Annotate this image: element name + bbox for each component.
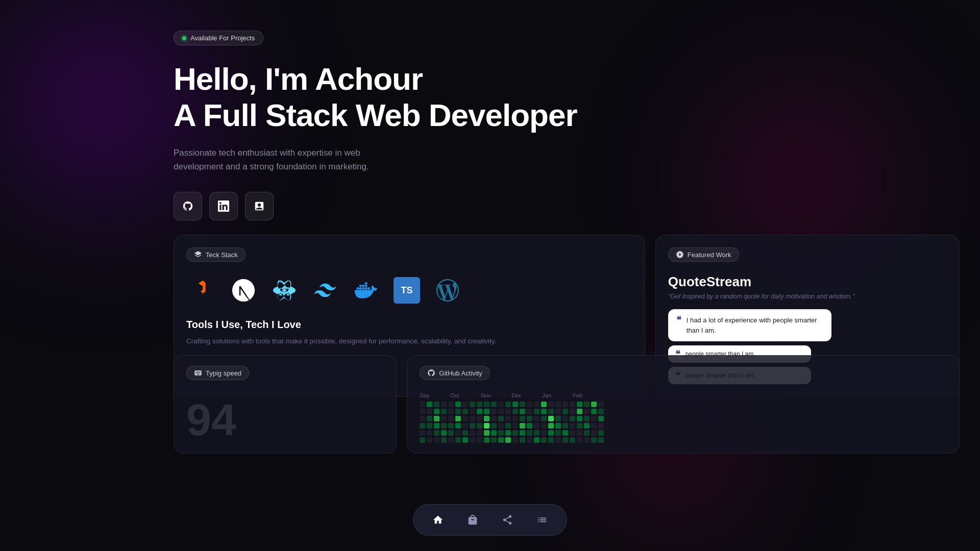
heatmap-cell xyxy=(462,402,468,407)
heatmap-cell xyxy=(505,423,511,429)
heatmap-cell xyxy=(498,437,504,443)
portfolio-button[interactable] xyxy=(245,192,274,220)
nav-home[interactable] xyxy=(428,510,448,530)
heatmap-cell xyxy=(498,409,504,414)
heatmap-col xyxy=(534,402,540,443)
heatmap-cell xyxy=(470,402,475,407)
home-icon xyxy=(432,514,444,525)
heatmap-col xyxy=(434,402,439,443)
quote-bubble-1: ❝ I had a lot of experience with people … xyxy=(668,309,831,341)
heatmap-col xyxy=(477,402,482,443)
status-dot xyxy=(182,36,186,40)
heatmap-cell xyxy=(498,402,504,407)
heatmap-cell xyxy=(555,423,561,429)
heatmap-cell xyxy=(534,409,540,414)
month-nov: Nov xyxy=(481,392,511,398)
heatmap-cell xyxy=(527,430,532,436)
heatmap-cell xyxy=(541,437,547,443)
nav-share[interactable] xyxy=(497,510,518,530)
heatmap-cell xyxy=(484,423,489,429)
month-jan: Jan xyxy=(542,392,573,398)
project-name: QuoteStream xyxy=(668,274,947,290)
heatmap-cell xyxy=(598,402,604,407)
heatmap-cell xyxy=(448,423,454,429)
typing-badge-label: Typig speed xyxy=(206,369,241,377)
heatmap-cell xyxy=(484,416,489,421)
heatmap-cell xyxy=(477,409,482,414)
heatmap-cell xyxy=(520,416,525,421)
heatmap-cell xyxy=(427,409,432,414)
heatmap-cell xyxy=(520,409,525,414)
main-content: Available For Projects Hello, I'm Achour… xyxy=(0,0,980,220)
heatmap-cell xyxy=(584,402,590,407)
tech-badge: Teck Stack xyxy=(186,247,246,262)
heatmap-cell xyxy=(584,423,590,429)
heatmap-cell xyxy=(598,416,604,421)
heatmap-cell xyxy=(491,430,497,436)
heatmap-cell xyxy=(434,437,439,443)
keyboard-icon xyxy=(194,369,202,377)
heatmap-col xyxy=(441,402,447,443)
tech-description: Crafting solutions with tools that make … xyxy=(186,336,632,347)
heatmap-cell xyxy=(591,409,597,414)
heatmap-cell xyxy=(512,437,518,443)
heatmap-cell xyxy=(505,437,511,443)
heatmap-cell xyxy=(434,409,439,414)
heatmap-cell xyxy=(484,437,489,443)
heatmap-col xyxy=(491,402,497,443)
heatmap-cell xyxy=(584,416,590,421)
heatmap-cell xyxy=(470,416,475,421)
heatmap-cell xyxy=(470,409,475,414)
heading-line2: A Full Stack Web Developer xyxy=(174,97,577,133)
heatmap-cell xyxy=(477,430,482,436)
heatmap-col xyxy=(577,402,582,443)
heatmap-cell xyxy=(462,409,468,414)
heatmap-cell xyxy=(434,416,439,421)
github-activity-icon xyxy=(427,369,435,377)
cards-row-2: Typig speed 94 GitHub Activity Sep Oct N… xyxy=(174,355,980,454)
heatmap-cell xyxy=(555,416,561,421)
heatmap-cell xyxy=(570,423,575,429)
heatmap-cell xyxy=(548,430,554,436)
list-icon xyxy=(536,514,548,525)
heatmap-cell xyxy=(434,430,439,436)
quote-mark-1: ❝ xyxy=(676,315,681,324)
heatmap-col xyxy=(591,402,597,443)
heatmap-cell xyxy=(562,409,568,414)
heatmap-cell xyxy=(441,423,447,429)
heatmap-month-labels: Sep Oct Nov Dec Jan Feb xyxy=(420,392,947,398)
heatmap-cell xyxy=(427,402,432,407)
portfolio-icon xyxy=(254,201,265,212)
heatmap-cell xyxy=(562,402,568,407)
heatmap-cell xyxy=(455,409,461,414)
heatmap-cell xyxy=(498,430,504,436)
heatmap-cell xyxy=(491,416,497,421)
heatmap-col xyxy=(484,402,489,443)
nav-bag[interactable] xyxy=(462,510,483,530)
heatmap-cell xyxy=(584,430,590,436)
heatmap-cell xyxy=(512,409,518,414)
github-badge-label: GitHub Activity xyxy=(439,369,482,377)
heatmap-col xyxy=(570,402,575,443)
linkedin-button[interactable] xyxy=(209,192,238,220)
nav-list[interactable] xyxy=(532,510,552,530)
heatmap-col xyxy=(512,402,518,443)
github-button[interactable] xyxy=(174,192,202,220)
heatmap-col xyxy=(541,402,547,443)
github-badge: GitHub Activity xyxy=(420,366,490,380)
heatmap-cell xyxy=(505,416,511,421)
wordpress-icon xyxy=(431,274,464,307)
heatmap-cell xyxy=(477,423,482,429)
heatmap-cell xyxy=(591,402,597,407)
heatmap-cell xyxy=(520,423,525,429)
heatmap-cell xyxy=(448,416,454,421)
heatmap-cell xyxy=(541,409,547,414)
heatmap-cell xyxy=(491,402,497,407)
share-icon xyxy=(502,514,513,525)
heatmap-cell xyxy=(562,430,568,436)
react-icon xyxy=(268,274,301,307)
hero-description: Passionate tech enthusiast with expertis… xyxy=(174,146,398,173)
heatmap-cell xyxy=(462,430,468,436)
heatmap-cell xyxy=(434,402,439,407)
heatmap-cell xyxy=(577,430,582,436)
